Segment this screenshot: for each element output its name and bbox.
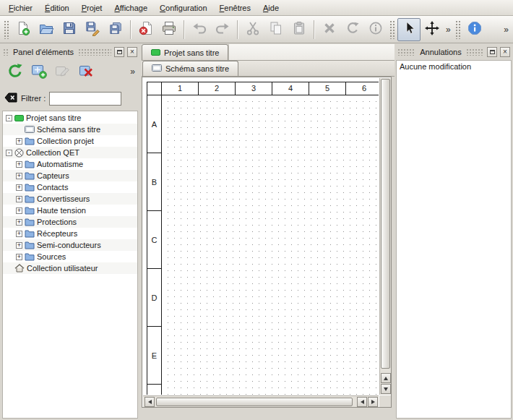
menu-fichier[interactable]: Fichier (3, 1, 38, 14)
filter-input[interactable] (49, 92, 121, 106)
scroll-down-button[interactable] (381, 384, 391, 394)
tree-item-contacts[interactable]: + Contacts (3, 181, 137, 193)
save-as-button[interactable] (81, 18, 104, 41)
menu-projet[interactable]: Projet (76, 1, 108, 14)
about-button[interactable] (463, 18, 486, 41)
toolbar-drag-handle[interactable] (455, 20, 461, 39)
tree-item-project[interactable]: - Projet sans titre (3, 112, 137, 124)
undo-history-list[interactable]: Aucune modification (396, 60, 512, 419)
diagram-viewport[interactable]: 1 2 3 4 5 6 A B C D E (143, 78, 379, 395)
tab-bar-empty-area (228, 44, 395, 60)
copy-button[interactable] (264, 18, 288, 41)
new-document-button[interactable] (12, 18, 35, 41)
delete-button[interactable] (318, 18, 341, 41)
expander-icon[interactable]: + (16, 254, 22, 260)
filter-row: Filtrer : (0, 90, 140, 107)
redo-button[interactable] (211, 18, 234, 41)
column-label: 2 (199, 82, 236, 95)
tree-item-automatisme[interactable]: + Automatisme (3, 158, 137, 170)
vertical-scrollbar-thumb[interactable] (381, 79, 390, 369)
diagram-paper[interactable]: 1 2 3 4 5 6 A B C D E (147, 82, 379, 395)
expander-icon[interactable]: - (6, 115, 12, 121)
tree-item-collection-qet[interactable]: - Collection QET (3, 147, 137, 158)
tree-item-sources[interactable]: + Sources (3, 251, 137, 262)
tree-item-label: Collection QET (26, 148, 79, 157)
expander-icon[interactable]: + (16, 184, 22, 191)
undo-history-item[interactable]: Aucune modification (397, 61, 511, 72)
expander-icon[interactable]: + (16, 161, 22, 168)
print-button[interactable] (158, 18, 181, 41)
menu-edition[interactable]: Édition (39, 1, 75, 14)
horizontal-scrollbar-thumb[interactable] (156, 398, 353, 406)
information-button[interactable] (364, 18, 387, 41)
toolbar-separator (130, 20, 132, 39)
selection-mode-button[interactable] (397, 18, 421, 41)
undo-button[interactable] (188, 18, 211, 41)
close-panel-button[interactable]: × (500, 47, 510, 57)
dock-grip-texture (466, 48, 484, 56)
toolbar-drag-handle[interactable] (4, 20, 9, 39)
scroll-right-button[interactable] (368, 397, 378, 407)
new-element-button[interactable] (28, 61, 50, 82)
mode-toolbar-overflow-icon[interactable]: » (444, 25, 453, 35)
vertical-scrollbar[interactable] (379, 78, 391, 395)
scroll-down-icon (384, 387, 388, 391)
open-folder-icon (38, 20, 54, 38)
tree-item-haute-tension[interactable]: + Haute tension (3, 205, 137, 216)
close-file-button[interactable] (134, 18, 158, 41)
toolbar-drag-handle[interactable] (389, 20, 395, 39)
menu-aide[interactable]: Aide (257, 1, 285, 14)
save-button[interactable] (58, 18, 81, 41)
horizontal-scrollbar[interactable] (143, 395, 379, 407)
tree-item-schema[interactable]: Schéma sans titre (3, 124, 137, 135)
expander-icon[interactable]: + (16, 196, 22, 202)
undo-panel-titlebar[interactable]: Annulations × (396, 46, 512, 59)
scroll-up-button[interactable] (381, 373, 391, 383)
clear-filter-icon[interactable] (4, 93, 17, 104)
expander-icon[interactable]: + (16, 242, 22, 249)
diagram-grid[interactable] (162, 95, 379, 395)
tree-item-recepteurs[interactable]: + Récepteurs (3, 228, 137, 239)
menu-configuration[interactable]: Configuration (154, 1, 212, 14)
edit-element-button[interactable] (52, 61, 74, 82)
menu-fenetres[interactable]: Fenêtres (214, 1, 256, 14)
tree-item-semi-conducteurs[interactable]: + Semi-conducteurs (3, 239, 137, 251)
tab-schema-sans-titre[interactable]: Schéma sans titre (142, 61, 238, 76)
elements-panel-titlebar[interactable]: Panel d'éléments × (1, 46, 139, 59)
expander-icon[interactable]: + (16, 173, 22, 179)
scroll-right-icon (371, 400, 375, 404)
main-toolbar-overflow-icon[interactable]: » (502, 25, 512, 35)
tree-item-collection-utilisateur[interactable]: Collection utilisateur (3, 262, 137, 274)
panel-toolbar-overflow-icon[interactable]: » (128, 67, 137, 77)
elements-tree[interactable]: - Projet sans titre Schéma sans titre + … (2, 111, 138, 419)
paste-button[interactable] (288, 18, 311, 41)
tree-item-capteurs[interactable]: + Capteurs (3, 170, 137, 181)
expander-icon[interactable]: + (16, 231, 22, 237)
cut-button[interactable] (241, 18, 264, 41)
delete-element-button[interactable] (76, 61, 98, 82)
tab-projet-sans-titre[interactable]: Projet sans titre (142, 44, 228, 60)
scroll-left-button[interactable] (357, 397, 367, 407)
scroll-left-button[interactable] (145, 397, 155, 407)
expander-icon[interactable]: - (6, 150, 12, 156)
save-all-button[interactable] (104, 18, 127, 41)
pan-mode-button[interactable] (421, 18, 444, 41)
tree-item-protections[interactable]: + Protections (3, 216, 137, 228)
expander-slot (16, 127, 22, 133)
close-panel-button[interactable]: × (127, 47, 137, 57)
float-panel-button[interactable] (114, 47, 124, 57)
print-icon (161, 20, 177, 38)
expander-icon[interactable]: + (16, 219, 22, 226)
copy-icon (268, 20, 284, 38)
column-label: 5 (309, 82, 346, 95)
tree-item-convertisseurs[interactable]: + Convertisseurs (3, 193, 137, 205)
menu-affichage[interactable]: Affichage (108, 1, 153, 14)
expander-icon[interactable]: + (16, 138, 22, 145)
tree-item-collection-projet[interactable]: + Collection projet (3, 135, 137, 147)
expander-icon[interactable]: + (16, 207, 22, 214)
undo-panel-dock: Annulations × Aucune modification (395, 44, 513, 420)
float-panel-button[interactable] (487, 47, 497, 57)
reload-collections-button[interactable] (4, 61, 26, 82)
open-project-button[interactable] (35, 18, 58, 41)
rotate-button[interactable] (341, 18, 364, 41)
